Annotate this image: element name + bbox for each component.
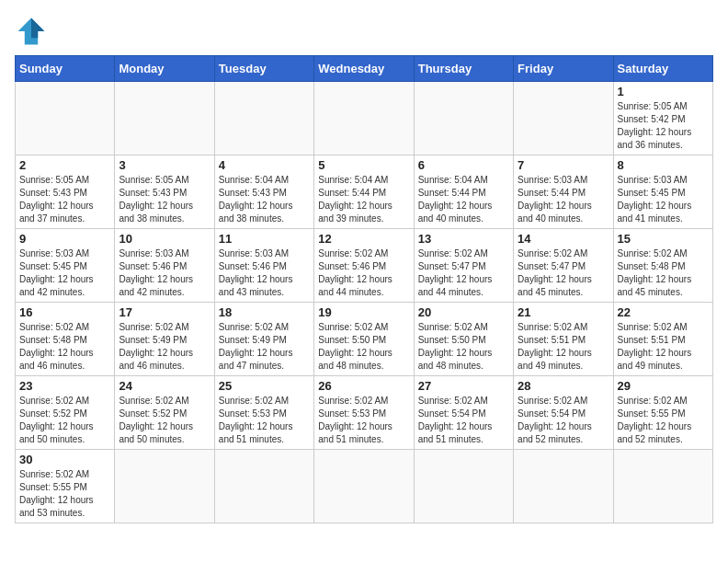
calendar-table: SundayMondayTuesdayWednesdayThursdayFrid… (15, 55, 713, 523)
calendar-cell: 25Sunrise: 5:02 AM Sunset: 5:53 PM Dayli… (214, 376, 313, 450)
weekday-header-row: SundayMondayTuesdayWednesdayThursdayFrid… (16, 56, 713, 82)
day-info: Sunrise: 5:05 AM Sunset: 5:43 PM Dayligh… (19, 174, 110, 225)
day-info: Sunrise: 5:02 AM Sunset: 5:49 PM Dayligh… (219, 321, 310, 373)
calendar-cell: 9Sunrise: 5:03 AM Sunset: 5:45 PM Daylig… (16, 229, 115, 303)
calendar-week-0: 1Sunrise: 5:05 AM Sunset: 5:42 PM Daylig… (16, 82, 713, 155)
calendar-cell: 29Sunrise: 5:02 AM Sunset: 5:55 PM Dayli… (613, 376, 712, 450)
calendar-cell: 24Sunrise: 5:02 AM Sunset: 5:52 PM Dayli… (115, 376, 214, 450)
logo (15, 15, 53, 48)
calendar-week-5: 30Sunrise: 5:02 AM Sunset: 5:55 PM Dayli… (16, 450, 713, 523)
calendar-cell: 8Sunrise: 5:03 AM Sunset: 5:45 PM Daylig… (613, 155, 712, 229)
day-info: Sunrise: 5:02 AM Sunset: 5:55 PM Dayligh… (19, 468, 110, 520)
weekday-monday: Monday (115, 56, 214, 82)
day-number: 13 (418, 232, 509, 246)
calendar-week-3: 16Sunrise: 5:02 AM Sunset: 5:48 PM Dayli… (16, 303, 713, 376)
calendar-cell (214, 82, 313, 155)
calendar-body: 1Sunrise: 5:05 AM Sunset: 5:42 PM Daylig… (16, 82, 713, 523)
day-info: Sunrise: 5:03 AM Sunset: 5:45 PM Dayligh… (618, 174, 709, 225)
day-info: Sunrise: 5:03 AM Sunset: 5:46 PM Dayligh… (219, 247, 310, 299)
calendar-cell: 13Sunrise: 5:02 AM Sunset: 5:47 PM Dayli… (414, 229, 513, 303)
calendar-cell: 18Sunrise: 5:02 AM Sunset: 5:49 PM Dayli… (214, 303, 313, 376)
calendar-cell: 10Sunrise: 5:03 AM Sunset: 5:46 PM Dayli… (115, 229, 214, 303)
day-info: Sunrise: 5:02 AM Sunset: 5:48 PM Dayligh… (618, 247, 709, 299)
day-number: 8 (618, 158, 709, 172)
day-number: 14 (518, 232, 609, 246)
day-number: 6 (418, 158, 509, 172)
calendar-cell: 15Sunrise: 5:02 AM Sunset: 5:48 PM Dayli… (613, 229, 712, 303)
calendar-cell: 20Sunrise: 5:02 AM Sunset: 5:50 PM Dayli… (414, 303, 513, 376)
logo-icon (15, 15, 48, 48)
day-info: Sunrise: 5:03 AM Sunset: 5:46 PM Dayligh… (119, 247, 210, 299)
calendar-week-1: 2Sunrise: 5:05 AM Sunset: 5:43 PM Daylig… (16, 155, 713, 229)
weekday-saturday: Saturday (613, 56, 712, 82)
day-info: Sunrise: 5:02 AM Sunset: 5:48 PM Dayligh… (19, 321, 110, 373)
calendar-cell: 1Sunrise: 5:05 AM Sunset: 5:42 PM Daylig… (613, 82, 712, 155)
day-info: Sunrise: 5:02 AM Sunset: 5:47 PM Dayligh… (518, 247, 609, 299)
day-number: 28 (518, 379, 609, 393)
calendar-cell: 16Sunrise: 5:02 AM Sunset: 5:48 PM Dayli… (16, 303, 115, 376)
day-number: 19 (318, 305, 409, 319)
page-header (15, 15, 713, 48)
day-number: 30 (19, 453, 110, 466)
calendar-cell (314, 450, 414, 523)
calendar-cell (314, 82, 414, 155)
day-number: 22 (618, 305, 709, 319)
day-number: 5 (318, 158, 409, 172)
day-info: Sunrise: 5:02 AM Sunset: 5:52 PM Dayligh… (119, 395, 210, 446)
day-number: 29 (618, 379, 709, 393)
calendar-cell: 26Sunrise: 5:02 AM Sunset: 5:53 PM Dayli… (314, 376, 414, 450)
calendar-cell (115, 450, 214, 523)
day-number: 26 (318, 379, 409, 393)
calendar-cell (613, 450, 712, 523)
weekday-tuesday: Tuesday (214, 56, 313, 82)
day-number: 24 (119, 379, 210, 393)
day-info: Sunrise: 5:02 AM Sunset: 5:53 PM Dayligh… (318, 395, 409, 446)
calendar-cell: 23Sunrise: 5:02 AM Sunset: 5:52 PM Dayli… (16, 376, 115, 450)
calendar-cell: 6Sunrise: 5:04 AM Sunset: 5:44 PM Daylig… (414, 155, 513, 229)
day-info: Sunrise: 5:04 AM Sunset: 5:44 PM Dayligh… (418, 174, 509, 225)
day-number: 27 (418, 379, 509, 393)
day-number: 9 (19, 232, 110, 246)
svg-marker-1 (31, 18, 44, 39)
day-info: Sunrise: 5:02 AM Sunset: 5:46 PM Dayligh… (318, 247, 409, 299)
calendar-cell (514, 82, 613, 155)
day-number: 3 (119, 158, 210, 172)
day-number: 15 (618, 232, 709, 246)
day-number: 20 (418, 305, 509, 319)
calendar-cell (414, 82, 513, 155)
day-number: 4 (219, 158, 310, 172)
day-info: Sunrise: 5:02 AM Sunset: 5:52 PM Dayligh… (19, 395, 110, 446)
day-number: 18 (219, 305, 310, 319)
day-info: Sunrise: 5:02 AM Sunset: 5:47 PM Dayligh… (418, 247, 509, 299)
calendar-cell: 28Sunrise: 5:02 AM Sunset: 5:54 PM Dayli… (514, 376, 613, 450)
weekday-thursday: Thursday (414, 56, 513, 82)
calendar-cell: 5Sunrise: 5:04 AM Sunset: 5:44 PM Daylig… (314, 155, 414, 229)
calendar-cell: 11Sunrise: 5:03 AM Sunset: 5:46 PM Dayli… (214, 229, 313, 303)
calendar-week-2: 9Sunrise: 5:03 AM Sunset: 5:45 PM Daylig… (16, 229, 713, 303)
day-info: Sunrise: 5:02 AM Sunset: 5:51 PM Dayligh… (618, 321, 709, 373)
weekday-wednesday: Wednesday (314, 56, 414, 82)
calendar-cell: 21Sunrise: 5:02 AM Sunset: 5:51 PM Dayli… (514, 303, 613, 376)
day-number: 7 (518, 158, 609, 172)
day-info: Sunrise: 5:02 AM Sunset: 5:49 PM Dayligh… (119, 321, 210, 373)
calendar-cell: 4Sunrise: 5:04 AM Sunset: 5:43 PM Daylig… (214, 155, 313, 229)
day-info: Sunrise: 5:02 AM Sunset: 5:53 PM Dayligh… (219, 395, 310, 446)
day-number: 16 (19, 305, 110, 319)
day-info: Sunrise: 5:04 AM Sunset: 5:43 PM Dayligh… (219, 174, 310, 225)
calendar-cell (115, 82, 214, 155)
calendar-cell: 30Sunrise: 5:02 AM Sunset: 5:55 PM Dayli… (16, 450, 115, 523)
day-info: Sunrise: 5:05 AM Sunset: 5:42 PM Dayligh… (618, 100, 709, 152)
calendar-cell (16, 82, 115, 155)
calendar-cell (414, 450, 513, 523)
day-number: 2 (19, 158, 110, 172)
calendar-cell (214, 450, 313, 523)
day-info: Sunrise: 5:03 AM Sunset: 5:44 PM Dayligh… (518, 174, 609, 225)
calendar-week-4: 23Sunrise: 5:02 AM Sunset: 5:52 PM Dayli… (16, 376, 713, 450)
day-info: Sunrise: 5:02 AM Sunset: 5:50 PM Dayligh… (318, 321, 409, 373)
day-number: 23 (19, 379, 110, 393)
calendar-cell (514, 450, 613, 523)
calendar-cell: 7Sunrise: 5:03 AM Sunset: 5:44 PM Daylig… (514, 155, 613, 229)
day-number: 11 (219, 232, 310, 246)
calendar-cell: 22Sunrise: 5:02 AM Sunset: 5:51 PM Dayli… (613, 303, 712, 376)
calendar-cell: 19Sunrise: 5:02 AM Sunset: 5:50 PM Dayli… (314, 303, 414, 376)
